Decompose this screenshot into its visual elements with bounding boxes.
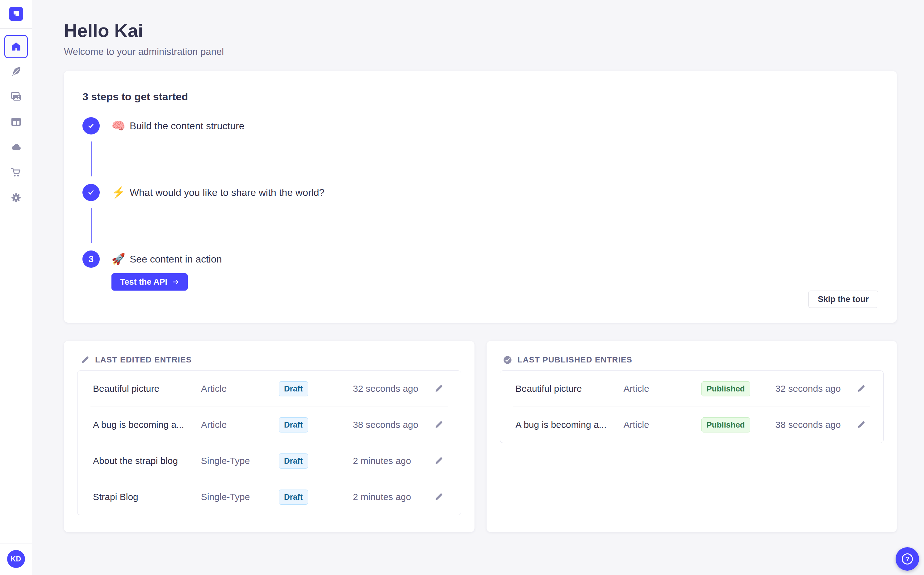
entry-title: A bug is becoming a... [516,419,624,430]
last-edited-title: LAST EDITED ENTRIES [95,355,192,365]
status-badge: Published [701,417,750,432]
arrow-right-icon [172,278,179,285]
step-1-label: 🧠 Build the content structure [112,117,244,135]
entry-status-cell: Draft [279,453,353,469]
edit-entry-button[interactable] [432,490,446,504]
entry-time: 2 minutes ago [353,492,432,502]
sidebar-item-home[interactable] [4,35,28,58]
last-published-header: LAST PUBLISHED ENTRIES [500,355,884,365]
pencil-icon [434,456,443,465]
step-3-text: See content in action [130,254,222,265]
last-edited-entries-card: LAST EDITED ENTRIES Beautiful picture Ar… [64,341,475,532]
step-3-number-circle: 3 [83,251,100,268]
edit-entry-button[interactable] [854,382,868,396]
entry-status-cell: Draft [279,381,353,396]
entries-section: LAST EDITED ENTRIES Beautiful picture Ar… [64,341,897,532]
entry-time: 38 seconds ago [776,419,854,430]
step-3-rail: 3 [83,251,100,291]
entry-row: Strapi Blog Single-Type Draft 2 minutes … [78,479,461,515]
status-badge: Draft [279,381,308,396]
edit-entry-button[interactable] [432,454,446,468]
entry-time: 38 seconds ago [353,419,432,430]
last-published-table: Beautiful picture Article Published 32 s… [500,370,884,443]
gear-icon [10,191,22,204]
pencil-icon [434,420,443,429]
step-2-text: What would you like to share with the wo… [130,187,325,199]
main-content: Hello Kai Welcome to your administration… [32,0,924,575]
sidebar-bottom: KD [0,543,32,575]
pencil-icon [80,355,89,365]
entry-time: 32 seconds ago [353,383,432,394]
strapi-logo [9,7,23,21]
entry-title: A bug is becoming a... [93,419,201,430]
last-published-entries-card: LAST PUBLISHED ENTRIES Beautiful picture… [486,341,897,532]
skip-the-tour-button[interactable]: Skip the tour [808,291,878,308]
edit-entry-button[interactable] [432,418,446,432]
step-connector [91,208,92,243]
layout-icon [10,115,22,128]
strapi-logo-icon [9,7,23,21]
step-3-content: 🚀 See content in action Test the API [112,251,222,291]
test-the-api-label: Test the API [120,277,167,287]
question-mark-icon: ? [902,553,913,564]
sidebar: KD [0,0,32,575]
sidebar-item-settings[interactable] [10,191,22,204]
entry-kind: Article [201,383,279,394]
step-1-rail [83,117,100,184]
test-the-api-button[interactable]: Test the API [112,273,188,291]
status-badge: Draft [279,453,308,469]
onboarding-step-1: 🧠 Build the content structure [83,117,878,184]
pencil-icon [856,384,866,393]
entry-time: 2 minutes ago [353,456,432,466]
skip-row: Skip the tour [83,291,878,308]
onboarding-step-3: 3 🚀 See content in action Test the API [83,251,878,291]
status-badge: Published [701,381,750,396]
edit-entry-button[interactable] [432,382,446,396]
step-1-check-circle [83,117,100,135]
entry-row: A bug is becoming a... Article Draft 38 … [78,407,461,443]
entry-row: A bug is becoming a... Article Published… [500,407,884,443]
entry-title: About the strapi blog [93,456,201,466]
help-button[interactable]: ? [895,547,919,571]
home-icon [10,41,22,52]
entry-title: Beautiful picture [93,383,201,394]
onboarding-steps: 🧠 Build the content structure [83,117,878,291]
lightning-emoji-icon: ⚡ [112,187,125,198]
onboarding-title: 3 steps to get started [83,90,878,103]
brain-emoji-icon: 🧠 [112,120,125,132]
step-2-check-circle [83,184,100,201]
entry-status-cell: Published [701,417,776,432]
sidebar-item-media-library[interactable] [10,90,22,103]
check-icon [87,189,95,197]
entry-time: 32 seconds ago [776,383,854,394]
check-circle-icon [503,355,512,365]
page-subtitle: Welcome to your administration panel [64,46,897,57]
user-avatar[interactable]: KD [7,550,25,568]
entry-kind: Single-Type [201,492,279,502]
last-published-title: LAST PUBLISHED ENTRIES [518,355,632,365]
last-edited-table: Beautiful picture Article Draft 32 secon… [77,370,461,515]
entry-kind: Single-Type [201,456,279,466]
sidebar-item-content-manager[interactable] [10,65,22,78]
entry-kind: Article [624,419,701,430]
sidebar-item-content-type-builder[interactable] [10,115,22,128]
rocket-emoji-icon: 🚀 [112,254,125,265]
entry-status-cell: Published [701,381,776,396]
entry-kind: Article [624,383,701,394]
cart-icon [10,166,22,179]
sidebar-item-deploy[interactable] [10,141,22,154]
cloud-icon [10,141,22,154]
pencil-icon [434,384,443,393]
feather-icon [10,65,22,78]
entry-title: Beautiful picture [516,383,624,394]
entry-status-cell: Draft [279,489,353,505]
entry-row: About the strapi blog Single-Type Draft … [78,443,461,479]
step-2-label: ⚡ What would you like to share with the … [112,184,325,201]
onboarding-step-2: ⚡ What would you like to share with the … [83,184,878,251]
entry-status-cell: Draft [279,417,353,432]
edit-entry-button[interactable] [854,418,868,432]
sidebar-divider-bottom [0,543,32,544]
check-icon [87,122,95,130]
sidebar-item-marketplace[interactable] [10,166,22,179]
entry-row: Beautiful picture Article Draft 32 secon… [78,371,461,407]
